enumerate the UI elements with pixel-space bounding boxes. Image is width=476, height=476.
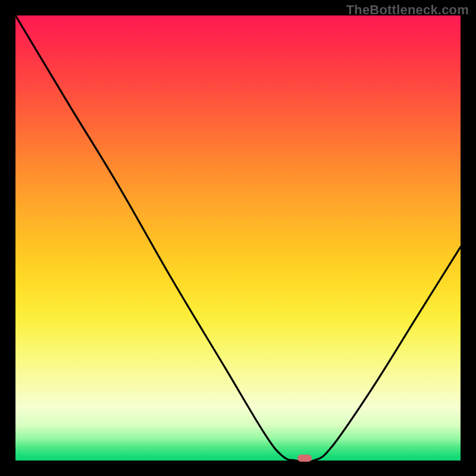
optimal-marker xyxy=(298,455,312,462)
bottleneck-curve-path xyxy=(15,15,461,461)
plot-area xyxy=(15,15,461,461)
chart-frame: TheBottleneck.com xyxy=(0,0,476,476)
curve-svg xyxy=(15,15,461,461)
